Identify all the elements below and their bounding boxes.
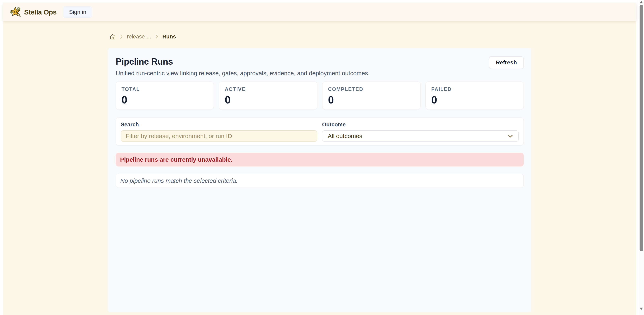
page-subtitle: Unified run-centric view linking release…: [116, 70, 370, 77]
page-title: Pipeline Runs: [116, 56, 370, 67]
panel-header: Pipeline Runs Unified run-centric view l…: [116, 56, 524, 77]
stat-label: COMPLETED: [328, 86, 415, 92]
browser-viewport: Stella Ops Sign in release-...: [0, 0, 644, 315]
breadcrumb-item-release[interactable]: release-...: [127, 34, 151, 40]
stat-value: 0: [122, 95, 208, 105]
breadcrumb-item-runs: Runs: [162, 34, 176, 40]
stat-value: 0: [328, 95, 415, 105]
stat-value: 0: [431, 95, 518, 105]
stat-label: FAILED: [431, 86, 518, 92]
stat-card-failed: FAILED 0: [426, 81, 524, 110]
outcome-label: Outcome: [322, 122, 519, 128]
search-input[interactable]: [121, 130, 317, 142]
scroll-up-arrow[interactable]: [639, 1, 644, 5]
brand-link[interactable]: Stella Ops: [10, 7, 56, 18]
sign-in-button[interactable]: Sign in: [63, 7, 92, 18]
top-bar: Stella Ops Sign in: [3, 3, 636, 21]
stat-card-active: ACTIVE 0: [219, 81, 317, 110]
scrollbar-track[interactable]: [639, 0, 644, 315]
chevron-right-icon: [155, 34, 158, 39]
outcome-field-group: Outcome All outcomes: [322, 122, 519, 142]
outcome-selected-value: All outcomes: [328, 133, 362, 139]
refresh-button[interactable]: Refresh: [489, 56, 524, 69]
chevron-down-icon: [508, 134, 513, 138]
page-background: Stella Ops Sign in release-...: [3, 3, 636, 315]
stat-card-total: TOTAL 0: [116, 81, 214, 110]
stella-ops-logo-icon: [10, 7, 21, 18]
pipeline-runs-panel: Pipeline Runs Unified run-centric view l…: [108, 48, 531, 312]
error-banner: Pipeline runs are currently unavailable.: [116, 153, 524, 166]
breadcrumb: release-... Runs: [108, 33, 531, 40]
search-field-group: Search: [121, 122, 317, 142]
search-label: Search: [121, 122, 317, 128]
content-column: release-... Runs Pipeline Runs Unified r…: [108, 33, 531, 312]
chevron-right-icon: [120, 34, 123, 39]
stat-value: 0: [225, 95, 311, 105]
home-icon[interactable]: [110, 34, 116, 40]
empty-state-message: No pipeline runs match the selected crit…: [116, 174, 524, 188]
brand-title: Stella Ops: [24, 8, 56, 16]
stat-card-completed: COMPLETED 0: [322, 81, 420, 110]
filters-panel: Search Outcome All outcomes: [116, 117, 524, 146]
scroll-down-arrow[interactable]: [639, 307, 644, 311]
scrollbar-thumb[interactable]: [640, 5, 643, 251]
stat-label: TOTAL: [122, 86, 208, 92]
panel-header-text: Pipeline Runs Unified run-centric view l…: [116, 56, 370, 77]
stat-label: ACTIVE: [225, 86, 311, 92]
outcome-select[interactable]: All outcomes: [322, 130, 519, 142]
stats-row: TOTAL 0 ACTIVE 0 COMPLETED 0 FAILED 0: [116, 81, 524, 110]
